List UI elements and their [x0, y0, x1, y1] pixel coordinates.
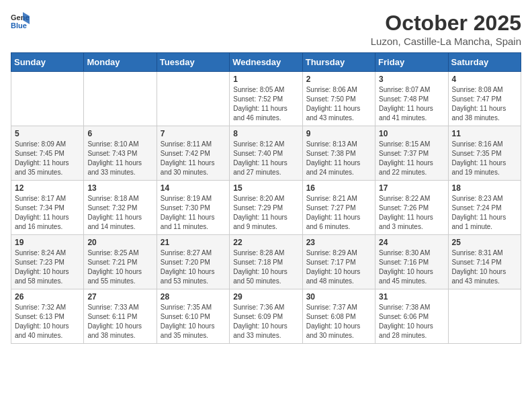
calendar-cell: 8Sunrise: 8:12 AM Sunset: 7:40 PM Daylig… — [230, 126, 302, 181]
day-info: Sunrise: 8:17 AM Sunset: 7:34 PM Dayligh… — [15, 194, 80, 232]
day-number: 12 — [15, 183, 80, 193]
calendar-cell: 12Sunrise: 8:17 AM Sunset: 7:34 PM Dayli… — [11, 181, 84, 235]
day-number: 20 — [87, 238, 152, 247]
day-number: 18 — [452, 183, 517, 193]
day-info: Sunrise: 8:23 AM Sunset: 7:24 PM Dayligh… — [452, 194, 517, 232]
month-title: October 2025 — [371, 11, 521, 36]
day-info: Sunrise: 7:35 AM Sunset: 6:10 PM Dayligh… — [161, 303, 226, 340]
calendar-cell: 30Sunrise: 7:37 AM Sunset: 6:08 PM Dayli… — [302, 289, 375, 344]
calendar-cell: 29Sunrise: 7:36 AM Sunset: 6:09 PM Dayli… — [230, 289, 302, 344]
weekday-header: Tuesday — [157, 53, 229, 72]
day-number: 4 — [452, 75, 517, 84]
calendar-week-row: 19Sunrise: 8:24 AM Sunset: 7:23 PM Dayli… — [11, 235, 521, 289]
calendar-week-row: 26Sunrise: 7:32 AM Sunset: 6:13 PM Dayli… — [11, 289, 521, 344]
day-number: 15 — [233, 183, 298, 193]
day-info: Sunrise: 8:07 AM Sunset: 7:48 PM Dayligh… — [379, 85, 444, 123]
calendar-cell: 22Sunrise: 8:28 AM Sunset: 7:18 PM Dayli… — [230, 235, 302, 289]
calendar-cell: 9Sunrise: 8:13 AM Sunset: 7:38 PM Daylig… — [302, 126, 375, 181]
calendar-cell: 11Sunrise: 8:16 AM Sunset: 7:35 PM Dayli… — [448, 126, 521, 181]
day-info: Sunrise: 8:28 AM Sunset: 7:18 PM Dayligh… — [233, 248, 298, 286]
calendar-cell: 15Sunrise: 8:20 AM Sunset: 7:29 PM Dayli… — [230, 181, 302, 235]
calendar-cell: 17Sunrise: 8:22 AM Sunset: 7:26 PM Dayli… — [375, 181, 448, 235]
calendar-cell: 13Sunrise: 8:18 AM Sunset: 7:32 PM Dayli… — [84, 181, 157, 235]
day-number: 27 — [87, 292, 152, 302]
day-number: 7 — [161, 129, 226, 138]
weekday-header: Friday — [375, 53, 448, 72]
day-info: Sunrise: 8:11 AM Sunset: 7:42 PM Dayligh… — [161, 140, 226, 177]
day-number: 10 — [379, 129, 444, 138]
day-number: 29 — [233, 292, 298, 302]
calendar-cell: 7Sunrise: 8:11 AM Sunset: 7:42 PM Daylig… — [157, 126, 229, 181]
calendar-cell: 14Sunrise: 8:19 AM Sunset: 7:30 PM Dayli… — [157, 181, 229, 235]
logo: General Blue — [11, 11, 30, 30]
day-number: 1 — [233, 75, 298, 84]
calendar-cell: 25Sunrise: 8:31 AM Sunset: 7:14 PM Dayli… — [448, 235, 521, 289]
day-info: Sunrise: 7:32 AM Sunset: 6:13 PM Dayligh… — [15, 303, 80, 340]
calendar-cell: 4Sunrise: 8:08 AM Sunset: 7:47 PM Daylig… — [448, 72, 521, 126]
day-info: Sunrise: 8:05 AM Sunset: 7:52 PM Dayligh… — [233, 85, 298, 123]
calendar-cell: 19Sunrise: 8:24 AM Sunset: 7:23 PM Dayli… — [11, 235, 84, 289]
day-info: Sunrise: 8:25 AM Sunset: 7:21 PM Dayligh… — [87, 248, 152, 286]
day-info: Sunrise: 8:20 AM Sunset: 7:29 PM Dayligh… — [233, 194, 298, 232]
title-block: October 2025 Luzon, Castille-La Mancha, … — [371, 11, 521, 47]
svg-text:Blue: Blue — [11, 21, 27, 30]
calendar-cell: 31Sunrise: 7:38 AM Sunset: 6:06 PM Dayli… — [375, 289, 448, 344]
day-number: 22 — [233, 238, 298, 247]
calendar-cell: 5Sunrise: 8:09 AM Sunset: 7:45 PM Daylig… — [11, 126, 84, 181]
calendar-cell: 6Sunrise: 8:10 AM Sunset: 7:43 PM Daylig… — [84, 126, 157, 181]
day-number: 23 — [306, 238, 371, 247]
calendar-cell: 16Sunrise: 8:21 AM Sunset: 7:27 PM Dayli… — [302, 181, 375, 235]
day-number: 14 — [161, 183, 226, 193]
calendar-week-row: 12Sunrise: 8:17 AM Sunset: 7:34 PM Dayli… — [11, 181, 521, 235]
day-info: Sunrise: 7:36 AM Sunset: 6:09 PM Dayligh… — [233, 303, 298, 340]
calendar-cell: 23Sunrise: 8:29 AM Sunset: 7:17 PM Dayli… — [302, 235, 375, 289]
day-info: Sunrise: 8:13 AM Sunset: 7:38 PM Dayligh… — [306, 140, 371, 177]
weekday-header: Saturday — [448, 53, 521, 72]
calendar-cell: 1Sunrise: 8:05 AM Sunset: 7:52 PM Daylig… — [230, 72, 302, 126]
calendar-week-row: 1Sunrise: 8:05 AM Sunset: 7:52 PM Daylig… — [11, 72, 521, 126]
day-info: Sunrise: 8:06 AM Sunset: 7:50 PM Dayligh… — [306, 85, 371, 123]
day-info: Sunrise: 8:29 AM Sunset: 7:17 PM Dayligh… — [306, 248, 371, 286]
calendar-week-row: 5Sunrise: 8:09 AM Sunset: 7:45 PM Daylig… — [11, 126, 521, 181]
weekday-header: Sunday — [11, 53, 84, 72]
weekday-header-row: SundayMondayTuesdayWednesdayThursdayFrid… — [11, 53, 521, 72]
day-info: Sunrise: 8:31 AM Sunset: 7:14 PM Dayligh… — [452, 248, 517, 286]
page-header: General Blue October 2025 Luzon, Castill… — [11, 11, 521, 47]
day-number: 6 — [87, 129, 152, 138]
day-number: 30 — [306, 292, 371, 302]
calendar-table: SundayMondayTuesdayWednesdayThursdayFrid… — [11, 52, 521, 344]
calendar-cell: 26Sunrise: 7:32 AM Sunset: 6:13 PM Dayli… — [11, 289, 84, 344]
day-info: Sunrise: 8:27 AM Sunset: 7:20 PM Dayligh… — [161, 248, 226, 286]
calendar-cell — [448, 289, 521, 344]
day-info: Sunrise: 8:10 AM Sunset: 7:43 PM Dayligh… — [87, 140, 152, 177]
day-info: Sunrise: 8:16 AM Sunset: 7:35 PM Dayligh… — [452, 140, 517, 177]
day-info: Sunrise: 7:37 AM Sunset: 6:08 PM Dayligh… — [306, 303, 371, 340]
day-info: Sunrise: 8:24 AM Sunset: 7:23 PM Dayligh… — [15, 248, 80, 286]
day-number: 24 — [379, 238, 444, 247]
day-number: 3 — [379, 75, 444, 84]
day-number: 2 — [306, 75, 371, 84]
day-number: 17 — [379, 183, 444, 193]
day-info: Sunrise: 7:38 AM Sunset: 6:06 PM Dayligh… — [379, 303, 444, 340]
day-number: 8 — [233, 129, 298, 138]
day-info: Sunrise: 8:19 AM Sunset: 7:30 PM Dayligh… — [161, 194, 226, 232]
day-info: Sunrise: 8:09 AM Sunset: 7:45 PM Dayligh… — [15, 140, 80, 177]
day-info: Sunrise: 8:15 AM Sunset: 7:37 PM Dayligh… — [379, 140, 444, 177]
day-number: 16 — [306, 183, 371, 193]
day-number: 13 — [87, 183, 152, 193]
calendar-cell: 27Sunrise: 7:33 AM Sunset: 6:11 PM Dayli… — [84, 289, 157, 344]
calendar-cell: 28Sunrise: 7:35 AM Sunset: 6:10 PM Dayli… — [157, 289, 229, 344]
calendar-cell — [84, 72, 157, 126]
day-info: Sunrise: 8:12 AM Sunset: 7:40 PM Dayligh… — [233, 140, 298, 177]
weekday-header: Wednesday — [230, 53, 302, 72]
day-info: Sunrise: 8:30 AM Sunset: 7:16 PM Dayligh… — [379, 248, 444, 286]
calendar-cell — [11, 72, 84, 126]
calendar-cell: 10Sunrise: 8:15 AM Sunset: 7:37 PM Dayli… — [375, 126, 448, 181]
day-info: Sunrise: 7:33 AM Sunset: 6:11 PM Dayligh… — [87, 303, 152, 340]
day-info: Sunrise: 8:22 AM Sunset: 7:26 PM Dayligh… — [379, 194, 444, 232]
calendar-cell: 20Sunrise: 8:25 AM Sunset: 7:21 PM Dayli… — [84, 235, 157, 289]
location-subtitle: Luzon, Castille-La Mancha, Spain — [371, 36, 521, 47]
calendar-cell: 18Sunrise: 8:23 AM Sunset: 7:24 PM Dayli… — [448, 181, 521, 235]
calendar-cell: 24Sunrise: 8:30 AM Sunset: 7:16 PM Dayli… — [375, 235, 448, 289]
day-number: 26 — [15, 292, 80, 302]
